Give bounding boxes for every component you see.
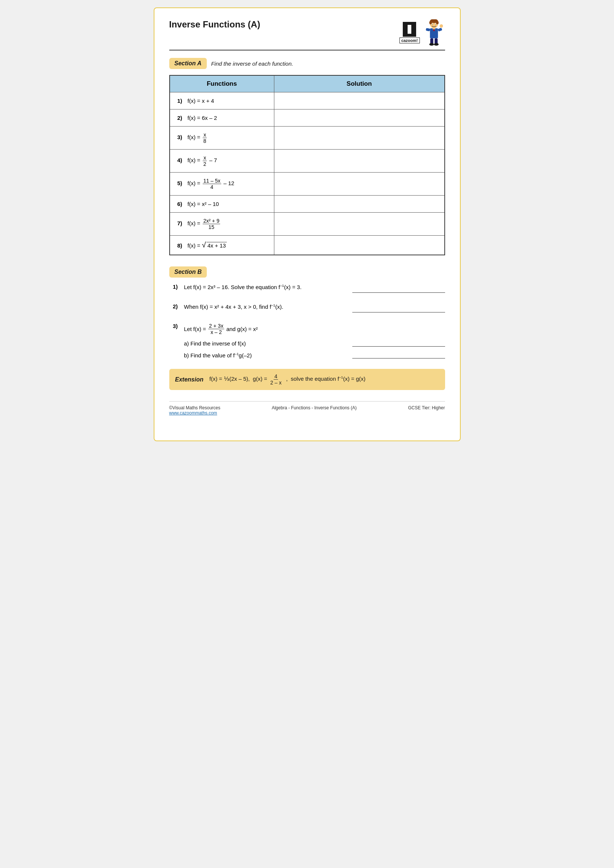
row-num: 7) [177,220,182,226]
row-num: 5) [177,180,182,186]
table-cell-fn: 6) f(x) = x² – 10 [170,195,274,212]
fn-expr: f(x) = [188,242,202,249]
fraction-2x2-9-over-15: 2x² + 9 15 [203,218,220,230]
functions-table: Functions Solution 1) f(x) = x + 4 2) f(… [169,75,445,255]
fn-expr: f(x) = [188,157,202,163]
sqrt-symbol: √ [202,241,206,250]
footer: ©Visual Maths Resources www.cazoommaths.… [169,401,445,415]
list-item: 1) Let f(x) = 2x³ – 16. Solve the equati… [173,284,445,293]
page: Inverse Functions (A) cazoom! [154,8,460,441]
fraction-inline: ⅓ [224,375,229,382]
extension-label: Extension [175,376,203,383]
svg-rect-11 [425,28,430,31]
section-a-instruction: Find the inverse of each function. [211,60,293,67]
footer-right: GCSE Tier: Higher [408,405,445,411]
table-cell-sol [274,236,444,255]
row-num: 8) [177,242,182,249]
col-solution: Solution [274,75,444,92]
header-right: cazoom! [399,19,445,46]
table-row: 4) f(x) = x 2 – 7 [170,150,445,172]
table-cell-fn: 5) f(x) = 11 – 5x 4 – 12 [170,172,274,195]
table-cell-sol [274,150,444,172]
svg-point-6 [432,24,433,25]
fn-expr-suffix: – 12 [223,180,234,186]
mascot-figure [423,19,445,46]
fraction-x-over-8: x 8 [203,132,207,144]
fn-expr: f(x) = x + 4 [188,98,214,104]
svg-point-17 [434,43,439,46]
table-cell-sol [274,212,444,236]
fraction-2-3x-over-x-2: 2 + 3x x – 2 [208,323,224,335]
item-text-row3: Let f(x) = 2 + 3x x – 2 and g(x) = x² [184,323,445,335]
footer-left: ©Visual Maths Resources www.cazoommaths.… [169,405,220,415]
table-cell-sol [274,172,444,195]
fraction-4-over-2-x: 4 2 – x [270,374,282,386]
section-b-area: Section B 1) Let f(x) = 2x³ – 16. Solve … [169,267,445,358]
item-text-part1: Let f(x) = [184,326,206,332]
table-cell-sol [274,92,444,110]
table-row: 3) f(x) = x 8 [170,127,445,150]
footer-center: Algebra - Functions - Inverse Functions … [272,405,357,411]
footer-website: www.cazoommaths.com [169,411,220,415]
table-cell-fn: 2) f(x) = 6x – 2 [170,110,274,127]
item-text: When f(x) = x² + 4x + 3, x > 0, find f–1… [184,304,284,310]
table-cell-fn: 7) f(x) = 2x² + 9 15 [170,212,274,236]
fraction-11-5x-over-4: 11 – 5x 4 [203,178,221,190]
svg-point-2 [429,21,432,25]
cazoom-text: cazoom! [399,37,420,43]
table-cell-sol [274,127,444,150]
item-text-part2: and g(x) = x² [226,326,258,332]
table-row: 6) f(x) = x² – 10 [170,195,445,212]
row-num: 4) [177,157,182,163]
fn-expr: f(x) = [188,220,202,226]
answer-line [352,358,445,358]
table-cell-fn: 4) f(x) = x 2 – 7 [170,150,274,172]
col-functions: Functions [170,75,274,92]
table-cell-fn: 8) f(x) = √ 4x + 13 [170,236,274,255]
sqrt-content: 4x + 13 [206,242,227,249]
section-a-label: Section A [169,58,207,69]
item-content: When f(x) = x² + 4x + 3, x > 0, find f–1… [184,303,445,313]
svg-point-16 [429,43,434,46]
answer-line [352,312,445,313]
item-num: 3) [173,323,184,329]
extension-content: f(x) = ⅓(2x – 5), g(x) = 4 2 – x , solve… [209,374,366,386]
table-row: 2) f(x) = 6x – 2 [170,110,445,127]
header: Inverse Functions (A) cazoom! [169,19,445,50]
extension-box: Extension f(x) = ⅓(2x – 5), g(x) = 4 2 –… [169,369,445,390]
row-num: 1) [177,98,182,104]
list-item: 3) Let f(x) = 2 + 3x x – 2 and g(x) = x²… [173,323,445,358]
table-cell-sol [274,110,444,127]
table-cell-fn: 3) f(x) = x 8 [170,127,274,150]
svg-point-13 [440,25,443,28]
sub-item-b-label: b) Find the value of f–1g(–2) [184,352,252,358]
row-num: 6) [177,201,182,207]
section-b-items: 1) Let f(x) = 2x³ – 16. Solve the equati… [169,284,445,358]
item-content: Let f(x) = 2 + 3x x – 2 and g(x) = x² a)… [184,323,445,358]
item-content: Let f(x) = 2x³ – 16. Solve the equation … [184,284,445,293]
table-row: 5) f(x) = 11 – 5x 4 – 12 [170,172,445,195]
table-row: 7) f(x) = 2x² + 9 15 [170,212,445,236]
item-text: Let f(x) = 2x³ – 16. Solve the equation … [184,284,302,290]
sub-item-a-label: a) Find the inverse of f(x) [184,340,246,347]
section-b-header: Section B [169,267,445,277]
svg-point-3 [436,21,439,25]
sub-item-b: b) Find the value of f–1g(–2) [184,352,445,358]
cazoom-logo: cazoom! [399,22,420,43]
list-item: 2) When f(x) = x² + 4x + 3, x > 0, find … [173,303,445,313]
fraction-x-over-2: x 2 [203,155,207,167]
row-num: 2) [177,115,182,121]
item-num: 1) [173,284,184,290]
cazoom-icon [403,22,416,37]
sqrt-expr: √ 4x + 13 [202,241,227,250]
page-title: Inverse Functions (A) [169,19,260,30]
section-b-label: Section B [169,267,207,277]
svg-point-7 [436,24,436,25]
svg-rect-12 [437,28,442,31]
fn-expr: f(x) = [188,180,202,186]
fn-expr: f(x) = x² – 10 [188,201,219,207]
row-num: 3) [177,134,182,140]
table-cell-fn: 1) f(x) = x + 4 [170,92,274,110]
answer-line [352,346,445,347]
section-a-header: Section A Find the inverse of each funct… [169,58,445,69]
